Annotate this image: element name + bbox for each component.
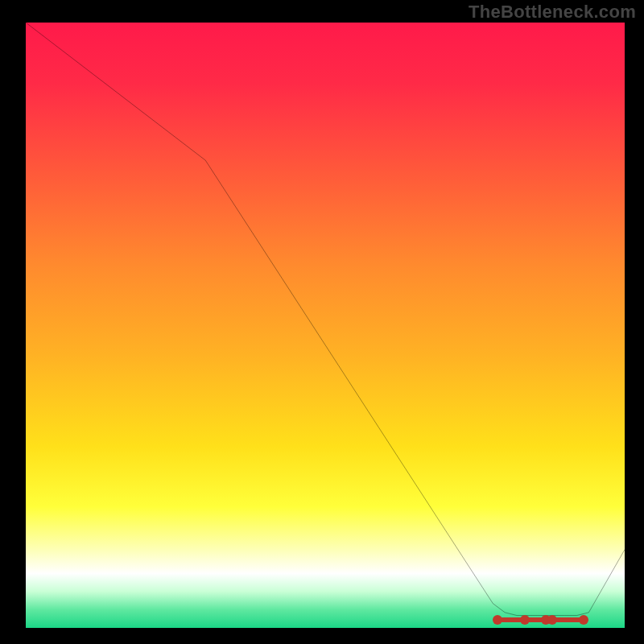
attribution-label: TheBottleneck.com: [469, 2, 636, 23]
optimal-zone-dot: [547, 615, 557, 625]
optimal-zone-marker: [493, 615, 588, 625]
bottleneck-curve: [26, 23, 625, 621]
plot-area: [26, 23, 625, 628]
optimal-zone-dot: [579, 615, 588, 625]
optimal-zone-dot: [520, 615, 530, 625]
optimal-zone-dot: [493, 615, 502, 625]
curve-path: [26, 23, 625, 616]
chart-frame: TheBottleneck.com: [0, 0, 644, 644]
